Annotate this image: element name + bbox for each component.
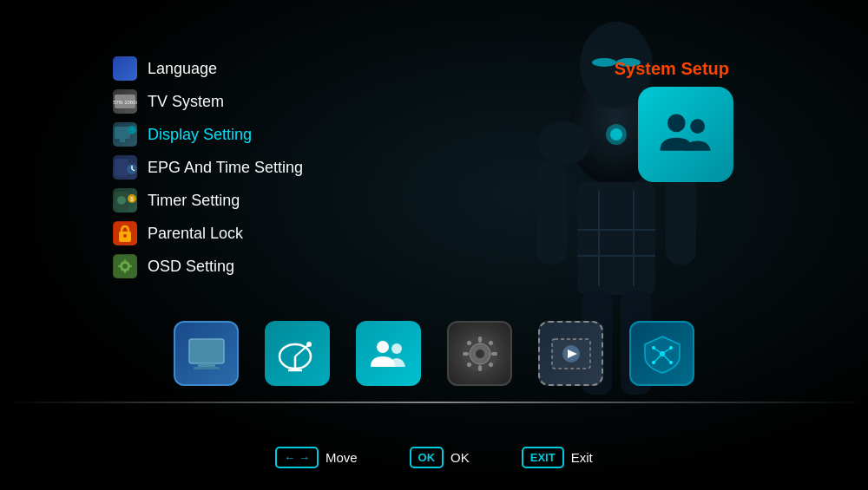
main-content: System Setup Language xyxy=(0,0,868,490)
system-icon-large xyxy=(654,107,719,163)
move-key: ← → xyxy=(275,447,319,468)
media-nav-icon xyxy=(549,332,593,376)
nav-icon-system[interactable] xyxy=(356,321,421,386)
svg-rect-44 xyxy=(194,367,220,369)
svg-point-18 xyxy=(690,119,705,134)
svg-text:576i 1080i: 576i 1080i xyxy=(113,100,137,105)
svg-point-50 xyxy=(391,343,402,354)
svg-rect-55 xyxy=(478,365,482,371)
menu-label-parental: Parental Lock xyxy=(148,225,243,243)
control-bar: ← → Move OK OK EXIT Exit xyxy=(0,447,868,468)
svg-point-71 xyxy=(669,346,673,350)
control-ok: OK OK xyxy=(410,447,470,468)
control-exit: EXIT Exit xyxy=(522,447,593,468)
svg-rect-24 xyxy=(115,159,128,176)
svg-point-53 xyxy=(476,350,484,358)
svg-rect-42 xyxy=(189,339,224,363)
svg-rect-57 xyxy=(491,352,497,356)
nav-icon-network[interactable] xyxy=(629,321,694,386)
menu-label-language: Language xyxy=(148,60,217,78)
svg-point-22 xyxy=(128,126,136,134)
svg-rect-39 xyxy=(124,271,126,273)
svg-rect-38 xyxy=(124,259,126,262)
display-setting-icon xyxy=(113,122,137,147)
svg-point-70 xyxy=(652,346,655,350)
svg-rect-23 xyxy=(120,139,125,142)
system-setup-title: System Setup xyxy=(615,59,729,79)
network-nav-icon xyxy=(641,332,684,376)
nav-icon-gear[interactable] xyxy=(447,321,512,386)
system-nav-icon xyxy=(367,332,411,376)
menu-section: Language 576i 1080i TV System Display xyxy=(113,56,303,287)
menu-item-tv-system[interactable]: 576i 1080i TV System xyxy=(113,89,303,114)
epg-icon xyxy=(113,155,137,180)
svg-point-72 xyxy=(652,361,655,364)
svg-rect-43 xyxy=(198,363,215,367)
nav-icon-satellite[interactable] xyxy=(265,321,330,386)
svg-rect-41 xyxy=(129,265,132,267)
svg-rect-21 xyxy=(115,127,130,139)
menu-label-timer: Timer Setting xyxy=(148,192,240,210)
svg-point-73 xyxy=(669,361,673,364)
nav-icon-media[interactable] xyxy=(538,321,603,386)
svg-point-17 xyxy=(667,114,685,132)
tv-system-icon: 576i 1080i xyxy=(113,89,137,114)
svg-point-37 xyxy=(122,264,128,269)
svg-point-46 xyxy=(306,342,312,347)
parental-icon xyxy=(113,221,137,245)
svg-text:$: $ xyxy=(130,196,134,202)
svg-rect-56 xyxy=(463,352,469,356)
menu-label-tv-system: TV System xyxy=(148,93,224,111)
gear-nav-icon xyxy=(458,332,502,376)
control-move: ← → Move xyxy=(275,447,357,468)
menu-item-language[interactable]: Language xyxy=(113,56,303,81)
menu-label-osd: OSD Setting xyxy=(148,258,234,276)
svg-point-49 xyxy=(377,341,389,353)
svg-point-29 xyxy=(117,196,126,205)
divider xyxy=(0,402,868,403)
osd-icon xyxy=(113,254,137,278)
menu-item-parental[interactable]: Parental Lock xyxy=(113,221,303,245)
svg-rect-54 xyxy=(478,336,482,343)
nav-icon-tv[interactable] xyxy=(174,321,239,386)
menu-label-epg: EPG And Time Setting xyxy=(148,159,303,177)
menu-item-display-setting[interactable]: Display Setting xyxy=(113,122,303,147)
selected-icon-display xyxy=(638,87,733,182)
tv-nav-icon xyxy=(185,332,228,376)
svg-rect-40 xyxy=(118,265,121,267)
bottom-nav xyxy=(0,321,868,386)
menu-label-display-setting: Display Setting xyxy=(148,126,252,144)
timer-icon: $ xyxy=(113,188,137,212)
menu-item-epg[interactable]: EPG And Time Setting xyxy=(113,155,303,180)
menu-item-timer[interactable]: $ Timer Setting xyxy=(113,188,303,212)
move-label: Move xyxy=(326,450,358,465)
svg-point-34 xyxy=(123,234,127,238)
ok-key: OK xyxy=(410,447,444,468)
exit-key: EXIT xyxy=(522,447,564,468)
exit-label: Exit xyxy=(571,450,593,465)
satellite-nav-icon xyxy=(276,332,319,376)
ok-label: OK xyxy=(450,450,470,465)
language-icon xyxy=(113,56,137,81)
menu-item-osd[interactable]: OSD Setting xyxy=(113,254,303,278)
